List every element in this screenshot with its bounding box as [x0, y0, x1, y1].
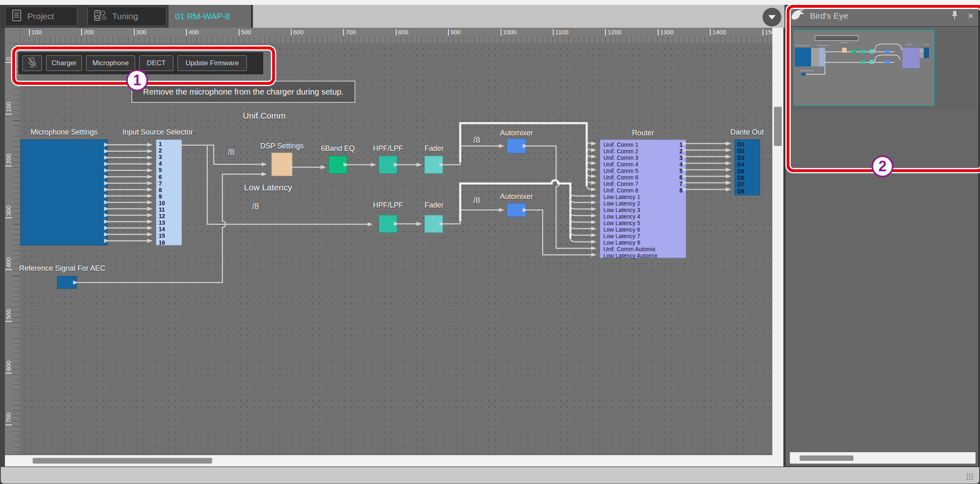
- canvas-v-scrollbar[interactable]: [772, 28, 783, 466]
- h-ruler-label: 800: [396, 29, 408, 35]
- tab-device-label: 01 RM-WAP-8: [175, 11, 230, 21]
- router-output-number: 3: [670, 155, 686, 161]
- birds-eye-viewport[interactable]: [793, 30, 935, 106]
- h-ruler-label: 900: [448, 29, 461, 35]
- pin-icon[interactable]: [951, 10, 959, 22]
- label-fader-ll: Fader: [414, 201, 455, 210]
- h-ruler-label: 700: [343, 29, 356, 35]
- window-top-strip: [0, 0, 980, 5]
- setup-notice-box: Remove the microphone from the charger d…: [131, 81, 355, 103]
- iss-channel: 5: [156, 167, 182, 173]
- mini-fan-wires-2: [920, 49, 924, 57]
- h-ruler-label: 1400: [710, 29, 726, 35]
- toolbar-button-dect[interactable]: DECT: [139, 55, 173, 71]
- section-title-low-latency: Low Latency: [244, 183, 292, 192]
- toolbar-button-microphone[interactable]: Microphone: [86, 55, 135, 71]
- block-hpf-lpf-uc[interactable]: [379, 156, 397, 174]
- mini-label-smudge: [795, 45, 809, 46]
- block-reference-aec[interactable]: [57, 276, 77, 289]
- block-fader-ll[interactable]: [424, 215, 443, 233]
- block-fader-uc[interactable]: [424, 156, 443, 174]
- iss-channel: 9: [156, 193, 182, 200]
- h-ruler-label: 1100: [553, 29, 568, 35]
- h-ruler-label: 100: [29, 29, 42, 35]
- section-title-unif-comm: Unif.Comm: [243, 111, 286, 121]
- tab-project-label: Project: [27, 11, 54, 21]
- router-output-number: 1: [670, 141, 686, 148]
- mini-automixer-ll: [885, 60, 889, 64]
- h-ruler-label: 300: [134, 29, 146, 35]
- project-document-icon: [12, 10, 22, 23]
- iss-channel: 2: [156, 147, 182, 154]
- block-router[interactable]: Unif. Comm 1Unif. Comm 2Unif. Comm 3Unif…: [600, 139, 686, 258]
- mini-fader-uc: [870, 49, 874, 53]
- toolbar-button-update-firmware[interactable]: Update Firmware: [177, 55, 247, 71]
- tab-overflow-dropdown-button[interactable]: [763, 8, 781, 27]
- toolbar-button-label: Update Firmware: [186, 59, 239, 67]
- dante-port-label: D7: [735, 181, 760, 188]
- mini-input-source-selector: [819, 47, 825, 66]
- tuning-speaker-gear-icon: [94, 9, 106, 24]
- v-ruler-label: 600: [5, 361, 12, 373]
- canvas-v-scrollbar-thumb[interactable]: [774, 107, 782, 146]
- mini-automixer-uc: [885, 49, 889, 53]
- horizontal-ruler: 1002003004005006007008009001000110012001…: [5, 28, 772, 43]
- block-6band-eq[interactable]: [328, 156, 347, 174]
- mic-mute-button[interactable]: [22, 55, 42, 71]
- mini-dante-out: [924, 48, 929, 58]
- mini-reference-aec: [801, 73, 806, 76]
- birds-eye-title: Bird's Eye: [810, 11, 946, 21]
- dante-port-label: D4: [735, 161, 760, 168]
- iss-channel: 1: [156, 141, 182, 147]
- block-hpf-lpf-ll[interactable]: [379, 215, 397, 233]
- tab-tuning[interactable]: Tuning: [87, 7, 166, 26]
- bus-8ch-label: /8: [473, 196, 480, 205]
- mini-label-smudge: [817, 45, 829, 46]
- h-ruler-label: 1000: [501, 29, 517, 35]
- block-automixer-uc[interactable]: [507, 139, 526, 153]
- block-input-source-selector[interactable]: 12345678910111213141516: [156, 139, 182, 245]
- tab-project[interactable]: Project: [5, 7, 78, 26]
- mini-label-smudge: [923, 44, 929, 45]
- status-bar: [1, 467, 979, 484]
- label-input-source-selector: Input Source Selector: [122, 128, 192, 137]
- block-automixer-ll[interactable]: [507, 203, 526, 217]
- window-resize-grip[interactable]: [966, 473, 973, 480]
- router-output-number: 7: [670, 181, 686, 187]
- block-microphone-settings[interactable]: [20, 139, 108, 245]
- label-6band-eq: 6Band EQ: [317, 144, 358, 153]
- canvas-h-scrollbar-thumb[interactable]: [33, 458, 212, 464]
- router-output-number: 8: [670, 187, 686, 194]
- birds-eye-map[interactable]: [792, 29, 976, 111]
- mini-dsp-settings: [842, 48, 847, 53]
- h-ruler-label: 1200: [605, 29, 621, 35]
- canvas-h-scrollbar[interactable]: [5, 455, 772, 466]
- dante-port-label: D1: [735, 141, 760, 148]
- mini-label-smudge: [906, 44, 913, 45]
- block-dante-out[interactable]: D1D2D3D4D5D6D7D8: [734, 139, 760, 195]
- bird-icon: [790, 9, 805, 23]
- label-dante-out: Dante Out: [723, 128, 772, 137]
- birds-eye-h-scrollbar-thumb[interactable]: [800, 455, 854, 461]
- mini-label-smudge: [840, 42, 849, 43]
- birds-eye-h-scrollbar[interactable]: [790, 452, 976, 464]
- iss-channel: 15: [156, 232, 182, 239]
- tab-tuning-label: Tuning: [112, 11, 138, 21]
- iss-channel: 16: [156, 239, 182, 246]
- mini-notice-box: [815, 35, 858, 41]
- v-ruler-label: 300: [5, 206, 12, 218]
- toolbar-button-label: Charger: [51, 59, 76, 67]
- v-ruler-label: 400: [5, 257, 12, 270]
- label-hpf-lpf-ll: HPF/LPF: [368, 201, 408, 210]
- close-icon[interactable]: ×: [964, 10, 973, 22]
- toolbar-button-charger[interactable]: Charger: [46, 55, 82, 71]
- h-ruler-label: 200: [81, 29, 94, 35]
- tab-device-rm-wap-8[interactable]: 01 RM-WAP-8: [169, 5, 251, 28]
- dante-port-label: D5: [735, 168, 760, 175]
- block-dsp-settings[interactable]: [271, 152, 293, 176]
- app-window: Project Tuning 01 RM-WAP-8 1002003004005…: [0, 0, 980, 484]
- bus-8ch-label: /8: [473, 135, 480, 145]
- label-dsp-settings: DSP Settings: [257, 142, 307, 150]
- h-ruler-label: 600: [291, 29, 304, 35]
- iss-channel: 11: [156, 206, 182, 213]
